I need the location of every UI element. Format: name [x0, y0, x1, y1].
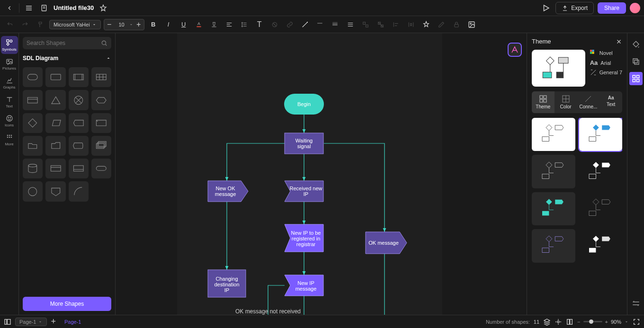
italic-button[interactable]: I — [162, 18, 175, 31]
zoom-out[interactable]: − — [577, 319, 580, 325]
add-page-button[interactable]: + — [51, 317, 56, 327]
shape-circle-x[interactable] — [69, 90, 89, 110]
shape-card[interactable] — [91, 113, 111, 133]
tab-connector[interactable]: Conne... — [577, 91, 600, 113]
ungroup-button[interactable] — [375, 18, 387, 31]
line-weight-button[interactable] — [329, 18, 341, 31]
node-newok[interactable]: New OK message — [208, 181, 248, 202]
node-received[interactable]: Received new IP — [285, 181, 323, 202]
shape-subheader[interactable] — [45, 159, 65, 178]
shape-pill[interactable] — [91, 159, 111, 178]
theme-button[interactable] — [629, 72, 643, 85]
node-okmsg[interactable]: OK message — [366, 232, 407, 254]
line-style-button[interactable] — [314, 18, 326, 31]
tab-color[interactable]: Color — [555, 91, 577, 113]
node-newip-reg[interactable]: New IP to be registered in registrar — [285, 224, 323, 252]
align-button[interactable] — [390, 18, 402, 31]
node-changing[interactable]: Changing destination IP — [208, 270, 246, 297]
underline-button[interactable]: U — [178, 18, 190, 31]
rail-icons[interactable]: Icons — [1, 112, 18, 130]
more-shapes-button[interactable]: More Shapes — [23, 297, 111, 311]
star-icon[interactable] — [98, 2, 109, 14]
rail-pictures[interactable]: Pictures — [1, 55, 18, 73]
theme-option-2[interactable] — [579, 118, 623, 151]
rail-text[interactable]: Text — [1, 93, 18, 111]
highlight-button[interactable] — [208, 18, 220, 31]
shape-stack[interactable] — [91, 136, 111, 156]
fullscreen-button[interactable] — [633, 318, 640, 326]
canvas[interactable]: Begin Waiting signal New OK message Rece… — [116, 33, 527, 315]
shape-terminator[interactable] — [23, 67, 43, 87]
font-size-value[interactable]: 10 — [115, 22, 129, 27]
shape-display[interactable] — [69, 136, 89, 156]
layers-button[interactable] — [629, 55, 643, 68]
fill-button[interactable] — [629, 38, 643, 51]
pages-panel-button[interactable] — [4, 318, 11, 326]
shape-hexagon[interactable] — [91, 90, 111, 110]
zoom-in[interactable]: + — [605, 319, 608, 325]
chevron-down-icon[interactable] — [129, 22, 134, 27]
image-button[interactable] — [465, 18, 478, 31]
ai-assist-button[interactable] — [508, 43, 522, 57]
theme-option-7[interactable] — [532, 229, 575, 262]
shape-table[interactable] — [91, 67, 111, 87]
page-tab[interactable]: Page-1 — [60, 319, 86, 325]
format-painter-button[interactable] — [34, 18, 46, 31]
document-icon[interactable] — [38, 2, 50, 14]
shape-subheader2[interactable] — [69, 159, 89, 178]
export-button[interactable]: Export — [555, 2, 594, 14]
share-button[interactable]: Share — [598, 2, 626, 14]
rail-more[interactable]: More — [1, 131, 18, 149]
tab-text[interactable]: AaText — [599, 91, 622, 113]
search-input[interactable] — [27, 40, 98, 46]
theme-option-6[interactable] — [579, 192, 623, 225]
node-newip-msg[interactable]: New IP message — [285, 275, 323, 296]
zoom-slider[interactable] — [583, 321, 602, 322]
bold-button[interactable]: B — [147, 18, 160, 31]
shape-header[interactable] — [23, 90, 43, 110]
user-avatar[interactable] — [630, 3, 640, 13]
settings-button[interactable] — [629, 297, 643, 310]
undo-button[interactable] — [4, 18, 16, 31]
rail-symbols[interactable]: Symbols — [1, 36, 18, 54]
edit-button[interactable] — [435, 18, 447, 31]
page-select[interactable]: Page-1 — [15, 318, 47, 326]
redo-button[interactable] — [19, 18, 31, 31]
focus-button[interactable] — [555, 318, 562, 326]
shape-database[interactable] — [23, 159, 43, 178]
clear-format-button[interactable] — [268, 18, 281, 31]
zoom-value[interactable]: 90% — [611, 319, 621, 325]
font-family-select[interactable]: Microsoft YaHei — [49, 20, 101, 29]
shape-process[interactable] — [45, 67, 65, 87]
shape-arc[interactable] — [69, 181, 89, 201]
shape-folder[interactable] — [23, 136, 43, 156]
text-tool-button[interactable]: T — [253, 18, 266, 31]
font-size-increase[interactable]: + — [134, 19, 144, 30]
menu-button[interactable] — [23, 2, 35, 14]
tab-theme[interactable]: Theme — [532, 91, 555, 113]
layers-toggle[interactable] — [543, 318, 551, 326]
theme-option-8[interactable] — [579, 229, 623, 262]
font-color-button[interactable]: A — [193, 18, 205, 31]
node-begin[interactable]: Begin — [284, 94, 324, 115]
theme-option-1[interactable] — [532, 118, 575, 151]
align-text-button[interactable] — [223, 18, 235, 31]
file-title[interactable]: Untitled file30 — [54, 4, 94, 11]
shape-circle[interactable] — [23, 181, 43, 201]
close-icon[interactable] — [616, 38, 622, 45]
effects-button[interactable] — [420, 18, 432, 31]
theme-option-4[interactable] — [579, 155, 623, 188]
distribute-button[interactable] — [405, 18, 417, 31]
line-spacing-button[interactable] — [238, 18, 250, 31]
play-button[interactable] — [540, 2, 552, 14]
link-button[interactable] — [284, 18, 296, 31]
theme-option-5[interactable] — [532, 192, 575, 225]
rail-graphs[interactable]: Graphs — [1, 74, 18, 92]
shape-tab-left[interactable] — [69, 113, 89, 133]
lock-button[interactable] — [450, 18, 463, 31]
shape-parallelogram[interactable] — [45, 113, 65, 133]
back-button[interactable] — [4, 2, 15, 14]
connector-button[interactable] — [299, 18, 311, 31]
shape-section-header[interactable]: SDL Diagram — [23, 53, 111, 63]
node-waiting[interactable]: Waiting signal — [285, 133, 323, 154]
